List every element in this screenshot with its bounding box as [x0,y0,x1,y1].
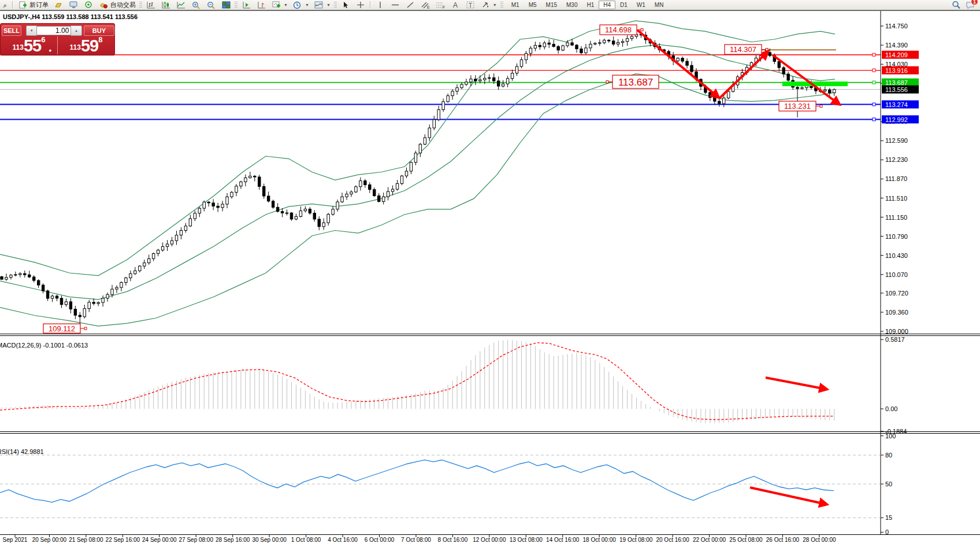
trading-chart-canvas[interactable]: 114.750114.390114.030113.670112.950112.5… [0,11,980,543]
macd-signal-line [0,343,834,420]
timeframe-M5[interactable]: M5 [524,1,541,9]
time-axis-label: 12 Oct 00:00 [473,537,506,543]
crosshair-tool-button[interactable] [353,1,368,10]
signal-icon [83,1,94,9]
price-tick-label: 111.510 [885,195,907,202]
symbol-info: USDJPY-,H4 113.559 113.588 113.541 113.5… [3,13,138,20]
arrows-tool-button[interactable]: ▼ [478,1,499,10]
annotation-113.231[interactable]: 113.231 [779,101,822,111]
buy-price[interactable]: 113 59 8 [57,36,114,54]
diamond-icon: ◆ [49,48,51,52]
timeframe-MN[interactable]: MN [650,1,669,9]
tile-windows-button[interactable] [218,1,233,10]
buy-button[interactable]: BUY [84,25,114,36]
search-icon[interactable] [951,1,962,9]
rsi-scale-label: 80 [885,452,892,459]
fibonacci-tool-button[interactable]: F [433,1,448,10]
line-anchor[interactable] [873,69,875,72]
trend-arrow-4[interactable] [766,378,826,389]
notifications-icon[interactable]: 1 [965,1,975,9]
rsi-scale-label: 100 [885,433,896,439]
time-axis-label: 24 Sep 00:00 [142,537,177,543]
time-axis-label: 20 Oct 16:00 [656,537,689,543]
one-click-trading-panel: SELL ▼ ▲ BUY 113 55 6 ◆ 113 59 8 [0,23,115,56]
text-tool-button[interactable]: A [448,1,463,10]
horizontal-line-icon [390,1,400,9]
timeframe-W1[interactable]: W1 [632,1,650,9]
annotation-114.307[interactable]: 114.307 [725,45,768,54]
deposit-button[interactable] [51,1,66,10]
annotation-114.698[interactable]: 114.698 [600,25,643,35]
vline-tool-button[interactable] [373,1,388,10]
volume-increase-button[interactable]: ▲ [70,25,81,36]
line-anchor[interactable] [873,81,875,84]
price-tag-text: 113.274 [885,101,908,108]
trendline-tool-button[interactable] [403,1,418,10]
volume-decrease-button[interactable]: ▼ [26,25,37,36]
toolbar-edge-icon [0,1,10,9]
line-anchor[interactable] [873,118,875,121]
line-anchor[interactable] [873,103,875,106]
volume-input[interactable] [37,26,70,35]
hline-tool-button[interactable] [388,1,403,10]
timeframe-H4[interactable]: H4 [599,1,615,9]
templates-button[interactable]: ▼ [311,1,333,10]
chart-shift-button[interactable] [254,1,269,10]
zoom-out-button[interactable] [203,1,218,10]
dropdown-caret: ▼ [305,3,309,7]
svg-text:113.687: 113.687 [618,77,653,88]
vertical-line-icon [375,1,385,9]
time-axis-label: 26 Oct 16:00 [766,537,800,543]
trend-arrow-5[interactable] [750,487,826,504]
timeframe-H1[interactable]: H1 [582,1,599,9]
svg-text:T: T [469,2,472,9]
cursor-icon [340,1,351,9]
auto-trading-button[interactable]: 自动交易 [96,1,138,10]
auto-scroll-button[interactable] [239,1,254,10]
cursor-tool-button[interactable] [338,1,353,10]
text-label-tool-button[interactable]: T [463,1,478,10]
price-tick-label: 111.150 [885,214,907,221]
annotation-113.687[interactable]: 113.687 [606,75,659,88]
timeframe-M15[interactable]: M15 [541,1,562,9]
timeframe-M30[interactable]: M30 [562,1,582,9]
trendline-icon [405,1,415,9]
candlestick-mode-button[interactable] [158,1,173,10]
svg-text:114.307: 114.307 [730,45,756,54]
sell-button[interactable]: SELL [2,25,21,36]
time-axis-label: 25 Oct 08:00 [729,537,763,543]
tile-windows-icon [221,1,231,9]
macd-label: MACD(12,26,9) -0.1001 -0.0613 [0,342,88,349]
indicators-button[interactable]: ▼ [269,1,290,10]
line-chart-mode-button[interactable] [173,1,188,10]
svg-text:113.231: 113.231 [784,102,811,110]
trend-arrow-2[interactable] [719,52,767,98]
new-order-label: 新订单 [29,1,49,9]
timeframe-D1[interactable]: D1 [615,1,632,9]
price-tag-text: 114.209 [885,51,908,58]
periods-button[interactable]: ▼ [290,1,311,10]
svg-text:F: F [443,5,445,9]
price-tick-label: 112.590 [885,137,908,144]
terminal-button[interactable] [66,1,81,10]
timeframe-M1[interactable]: M1 [507,1,524,9]
channel-tool-button[interactable]: E [418,1,433,10]
line-chart-icon [176,1,186,9]
rsi-label: RSI(14) 42.9881 [0,448,44,455]
buy-price-handle: 113 [70,43,81,51]
arrows-tool-icon [480,1,491,9]
price-tag-text: 113.687 [885,79,908,86]
rsi-scale-label: 0 [885,529,889,535]
price-tick-label: 110.430 [885,252,908,259]
annotation-109.112[interactable]: 109.112 [43,324,87,333]
zoom-in-button[interactable] [188,1,203,10]
new-order-button[interactable]: 新订单 [15,1,51,10]
time-axis-label: 6 Oct 00:00 [365,537,395,543]
chart-window[interactable]: 114.750114.390114.030113.670112.950112.5… [0,11,980,543]
signals-button[interactable] [81,1,96,10]
sell-price[interactable]: 113 55 6 ◆ [1,36,57,54]
time-axis-label: 8 Oct 16:00 [438,537,468,543]
price-tick-label: 111.870 [885,175,907,182]
bar-chart-mode-button[interactable] [143,1,158,10]
line-anchor[interactable] [873,53,875,56]
